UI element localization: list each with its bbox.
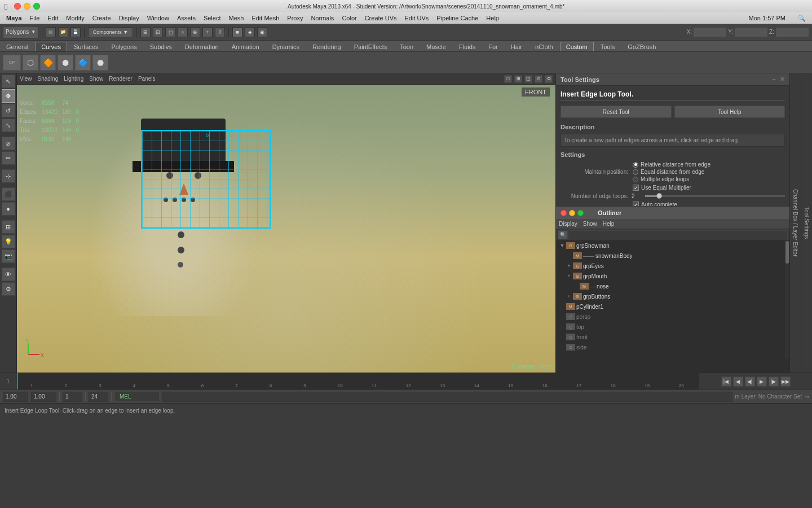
- menu-createuvs[interactable]: Create UVs: [361, 15, 400, 21]
- use-equal-multiplier-item[interactable]: Use Equal Multiplier: [633, 185, 691, 191]
- snap-icon-6[interactable]: +: [202, 27, 213, 37]
- toolbar-icon-2[interactable]: 📁: [58, 27, 68, 37]
- timeline-ruler[interactable]: 1 2 3 4 5 6 7 8 9 10 11 12 13 14 15 16 1…: [17, 373, 699, 389]
- radio-multiple[interactable]: Multiple edge loops: [633, 176, 710, 182]
- menu-file[interactable]: File: [27, 15, 43, 21]
- menu-normals[interactable]: Normals: [307, 15, 337, 21]
- anim-start-input[interactable]: [3, 392, 28, 402]
- auto-complete-checkbox[interactable]: [633, 202, 639, 206]
- sphere-tool[interactable]: ●: [2, 202, 15, 216]
- auto-complete-item[interactable]: Auto complete: [633, 202, 677, 206]
- shelf-tab-toon[interactable]: Toon: [394, 42, 420, 51]
- cube-tool[interactable]: ⬛: [2, 187, 15, 201]
- shelf-icon-4[interactable]: 🔷: [75, 55, 91, 71]
- outliner-item-side[interactable]: C side: [556, 342, 789, 352]
- snap-icon-7[interactable]: ?: [215, 27, 225, 37]
- shelf-tab-ncloth[interactable]: nCloth: [529, 42, 559, 51]
- shelf-icon-3[interactable]: ⬢: [58, 55, 73, 71]
- outliner-item-persp[interactable]: C persp: [556, 312, 789, 322]
- outliner-item-top[interactable]: C top: [556, 322, 789, 332]
- close-button[interactable]: [14, 3, 21, 10]
- shelf-tab-animation[interactable]: Animation: [226, 42, 266, 51]
- shelf-tab-subdivs[interactable]: Subdivs: [144, 42, 178, 51]
- mel-input[interactable]: [162, 392, 732, 402]
- select-tool[interactable]: ↖: [2, 75, 15, 88]
- snap-icon-2[interactable]: ⊡: [153, 27, 163, 37]
- mode-dropdown[interactable]: Polygons ▼: [3, 26, 38, 38]
- outliner-search-input[interactable]: [568, 230, 788, 239]
- shelf-tab-surfaces[interactable]: Surfaces: [68, 42, 104, 51]
- cam-tool[interactable]: 📷: [2, 249, 15, 263]
- close-icon[interactable]: ✕: [780, 76, 785, 83]
- radio-relative-btn[interactable]: [633, 162, 638, 168]
- toolbar-icon-1[interactable]: ▤: [46, 27, 56, 37]
- viewport-menu-view[interactable]: View: [20, 76, 32, 82]
- viewport-menu-lighting[interactable]: Lighting: [64, 76, 83, 82]
- menu-assets[interactable]: Assets: [174, 15, 199, 21]
- anim-end-input[interactable]: [31, 392, 56, 402]
- outliner-item-front[interactable]: C front: [556, 332, 789, 342]
- menu-maya[interactable]: Maya: [3, 15, 25, 21]
- outliner-maximize[interactable]: [577, 210, 584, 216]
- shelf-icon-1[interactable]: ⬡: [23, 55, 38, 71]
- shelf-icon-5[interactable]: ⬣: [92, 55, 108, 71]
- apple-menu[interactable]: : [5, 2, 7, 11]
- pb-play[interactable]: ▶: [757, 376, 767, 387]
- outliner-item-grpSnowman[interactable]: ▼ G grpSnowman: [556, 240, 789, 251]
- vp-icon-2[interactable]: ⊞: [514, 75, 522, 83]
- outliner-menu-display[interactable]: Display: [559, 221, 577, 227]
- viewport-menu-panels[interactable]: Panels: [138, 76, 156, 82]
- shelf-tab-tools[interactable]: Tools: [594, 42, 621, 51]
- pb-go-start[interactable]: |◀: [721, 376, 731, 387]
- menu-proxy[interactable]: Proxy: [284, 15, 306, 21]
- shelf-tab-polygons[interactable]: Polygons: [105, 42, 143, 51]
- x-input[interactable]: [693, 27, 727, 37]
- menu-edit[interactable]: Edit: [44, 15, 61, 21]
- snap-icon-5[interactable]: ⊕: [190, 27, 200, 37]
- snap-icon-4[interactable]: ○: [178, 27, 188, 37]
- shelf-tab-gozbrush[interactable]: GoZBrush: [621, 42, 662, 51]
- render-icon-3[interactable]: ◉: [257, 27, 267, 37]
- menu-mesh[interactable]: Mesh: [225, 15, 247, 21]
- radio-equal-btn[interactable]: [633, 169, 638, 175]
- vp-icon-5[interactable]: ⚙: [545, 75, 553, 83]
- outliner-item-grpMouth[interactable]: + G grpMouth: [556, 271, 789, 281]
- outliner-item-grpButtons[interactable]: + G grpButtons: [556, 291, 789, 301]
- minimize-button[interactable]: [24, 3, 30, 10]
- pb-go-end[interactable]: ▶▶: [780, 376, 791, 387]
- menu-window[interactable]: Window: [144, 15, 173, 21]
- pb-prev-key[interactable]: ◀|: [745, 376, 755, 387]
- expand-grpMouth[interactable]: +: [565, 272, 573, 280]
- shelf-tab-curves[interactable]: Curves: [35, 42, 67, 51]
- components-btn[interactable]: Components ▼: [88, 27, 133, 37]
- shelf-tab-deformation[interactable]: Deformation: [179, 42, 225, 51]
- edge-loops-slider[interactable]: [645, 195, 785, 197]
- paint-tool[interactable]: ✏: [2, 151, 15, 165]
- shelf-tab-fur[interactable]: Fur: [482, 42, 504, 51]
- search-icon[interactable]: 🔍: [795, 15, 809, 22]
- timeline-playhead[interactable]: [17, 373, 18, 389]
- edge-loops-thumb[interactable]: [656, 193, 662, 199]
- radio-multiple-btn[interactable]: [633, 177, 638, 182]
- outliner-item-pCylinder1[interactable]: M pCylinder1: [556, 301, 789, 312]
- shelf-tab-custom[interactable]: Custom: [560, 42, 594, 51]
- menu-create[interactable]: Create: [89, 15, 114, 21]
- menu-edituvs[interactable]: Edit UVs: [401, 15, 433, 21]
- move-tool[interactable]: ✥: [2, 89, 15, 103]
- scale-tool[interactable]: ⤡: [2, 119, 15, 132]
- shelf-tab-dynamics[interactable]: Dynamics: [266, 42, 306, 51]
- render-icon-1[interactable]: ■: [232, 27, 242, 37]
- shelf-icon-cp[interactable]: CP: [3, 55, 21, 71]
- outliner-scrollbar[interactable]: [785, 240, 789, 359]
- shelf-tab-rendering[interactable]: Rendering: [306, 42, 347, 51]
- rotate-tool[interactable]: ↺: [2, 104, 15, 117]
- menu-color[interactable]: Color: [338, 15, 360, 21]
- expand-grpEyes[interactable]: +: [565, 262, 573, 270]
- vp-icon-1[interactable]: □: [504, 75, 512, 83]
- menu-pipelinecache[interactable]: Pipeline Cache: [433, 15, 482, 21]
- menu-editmesh[interactable]: Edit Mesh: [248, 15, 283, 21]
- outliner-item-nose[interactable]: M — nose: [556, 281, 789, 291]
- shelf-tab-hair[interactable]: Hair: [505, 42, 528, 51]
- shelf-tab-muscle[interactable]: Muscle: [420, 42, 452, 51]
- lasso-tool[interactable]: ⌀: [2, 137, 15, 150]
